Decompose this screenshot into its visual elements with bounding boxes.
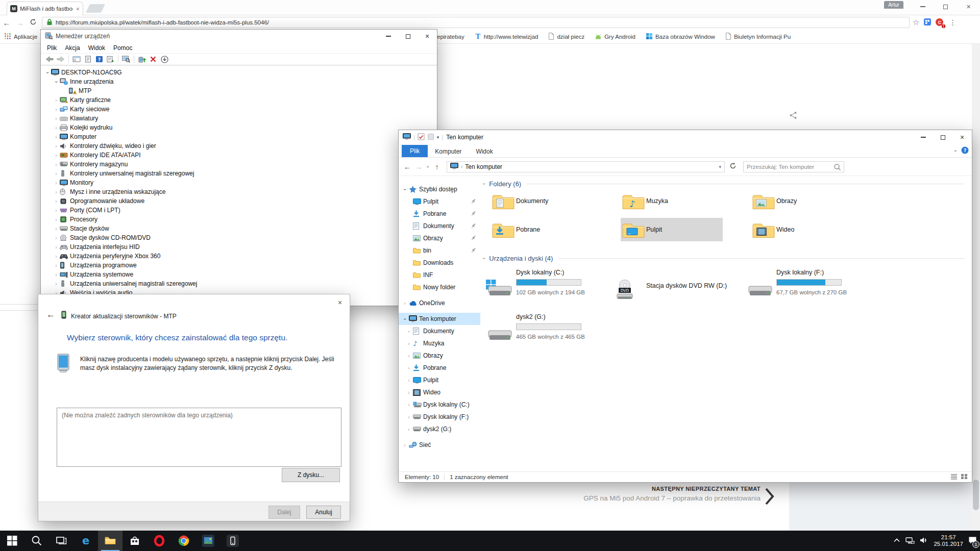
extension-red-icon[interactable]: C1 (936, 18, 944, 27)
folder-tile-dokumenty[interactable]: Dokumenty (491, 189, 593, 213)
sidebar-item-onedrive[interactable]: ›OneDrive (399, 297, 480, 309)
taskbar-store-icon[interactable] (122, 531, 147, 551)
tree-chevron-icon[interactable]: › (53, 217, 60, 222)
wizard-back-icon[interactable]: ← (46, 310, 55, 320)
close-button[interactable]: × (418, 30, 437, 43)
sidebar-chevron-icon[interactable]: › (401, 442, 409, 448)
sidebar-item-nowy-folder[interactable]: ›Nowy folder (399, 281, 480, 293)
device-tree-item[interactable]: ›Stacje dysków CD-ROM/DVD (41, 233, 437, 242)
tree-chevron-icon[interactable]: › (53, 272, 60, 278)
tree-chevron-icon[interactable]: › (53, 226, 60, 232)
address-bar[interactable]: https://forum.miuipolska.pl/watek/miflas… (42, 17, 910, 28)
device-tree-item[interactable]: ›Urządzenia uniwersalnej magistrali szer… (41, 279, 437, 288)
tab-plik[interactable]: Plik (402, 145, 428, 157)
tree-chevron-icon[interactable]: › (53, 189, 60, 195)
device-tree-item[interactable]: ›Oprogramowanie układowe (41, 196, 437, 206)
dm-forward-icon[interactable] (55, 54, 66, 64)
taskbar-start-icon[interactable] (0, 531, 24, 551)
sidebar-item-dokumenty[interactable]: ›Dokumenty (399, 220, 480, 232)
maximize-button[interactable] (398, 30, 418, 43)
extension-blue-icon[interactable] (923, 18, 932, 28)
tree-chevron-icon[interactable]: › (53, 116, 60, 121)
history-chevron-icon[interactable]: ▾ (424, 164, 431, 169)
sidebar-item-sie-[interactable]: ›Sieć (399, 439, 480, 451)
address-field[interactable]: › Ten komputer ▾ (447, 161, 725, 172)
taskbar-chrome-icon[interactable] (172, 531, 196, 551)
dm-help-icon[interactable]: ? (93, 54, 105, 64)
sidebar-chevron-icon[interactable]: › (405, 378, 413, 383)
search-input[interactable] (744, 164, 830, 170)
search-icon[interactable] (834, 163, 841, 172)
driver-list-box[interactable]: (Nie można znaleźć żadnych sterowników d… (57, 408, 341, 467)
reload-icon[interactable] (27, 18, 40, 28)
network-icon[interactable] (905, 537, 915, 545)
qat-customize-icon[interactable]: ▾ (437, 135, 439, 140)
sidebar-item-bin[interactable]: ›bin (399, 244, 480, 257)
tree-chevron-icon[interactable]: › (53, 107, 60, 112)
sidebar-item-pobrane[interactable]: ›Pobrane (399, 362, 480, 374)
refresh-icon[interactable] (729, 162, 737, 171)
profile-badge[interactable]: Artur (884, 1, 903, 9)
sidebar-item-szybki-dost-p[interactable]: ›Szybki dostęp (399, 183, 480, 195)
close-icon[interactable]: × (334, 297, 346, 308)
tree-chevron-icon[interactable]: › (53, 125, 60, 131)
folder-tile-pobrane[interactable]: Pobrane (491, 218, 593, 241)
bookmark-item[interactable]: Thttp://www.telewizjad (475, 33, 538, 41)
tab-close-icon[interactable]: × (76, 6, 80, 12)
scrollbar-thumb[interactable] (973, 480, 979, 510)
minimize-button[interactable] (911, 0, 934, 13)
dm-properties-icon[interactable] (82, 54, 93, 64)
tree-chevron-icon[interactable]: › (53, 254, 60, 259)
tree-chevron-icon[interactable]: › (53, 235, 60, 241)
folder-tile-pulpit[interactable]: Pulpit (621, 218, 723, 241)
menu-item-plik[interactable]: Plik (43, 44, 61, 52)
device-manager-titlebar[interactable]: Menedżer urządzeń × (41, 30, 437, 43)
qat-box-icon[interactable] (427, 133, 434, 142)
action-center-icon[interactable]: 1 (968, 536, 977, 546)
device-tree-item[interactable]: ›Urządzenia programowe (41, 261, 437, 270)
taskbar-phone-icon[interactable] (220, 531, 245, 551)
menu-item-pomoc[interactable]: Pomoc (109, 44, 136, 52)
minimize-button[interactable] (379, 30, 398, 43)
sidebar-chevron-icon[interactable]: › (405, 414, 413, 420)
maximize-button[interactable] (934, 0, 957, 13)
qat-computer-icon[interactable] (403, 133, 411, 141)
close-button[interactable]: × (952, 130, 972, 144)
dm-uninstall-icon[interactable] (148, 54, 159, 64)
device-tree-item[interactable]: ›Komputer (41, 132, 437, 141)
drive-tile-4[interactable]: dysk2 (G:)465 GB wolnych z 465 GB (484, 311, 612, 352)
clock[interactable]: 21:57 25.01.2017 (934, 534, 963, 547)
dm-scan-icon[interactable] (120, 54, 132, 64)
sidebar-item-pulpit[interactable]: ›Pulpit (399, 374, 480, 386)
sidebar-chevron-icon[interactable]: › (405, 402, 413, 408)
apps-shortcut[interactable]: Aplikacje (4, 33, 37, 41)
device-tree-item[interactable]: ›Porty (COM i LPT) (41, 206, 437, 215)
cancel-button[interactable]: Anuluj (306, 506, 341, 519)
tree-chevron-icon[interactable]: › (45, 69, 51, 76)
device-tree-item[interactable]: ›Kolejki wydruku (41, 123, 437, 132)
device-tree-item[interactable]: ›Monitory (41, 178, 437, 187)
device-tree-item[interactable]: ›Kontrolery uniwersalnej magistrali szer… (41, 169, 437, 178)
maximize-button[interactable] (933, 130, 952, 144)
forward-icon[interactable]: → (413, 163, 424, 171)
help-icon[interactable]: ? (961, 146, 969, 156)
dm-back-icon[interactable] (44, 54, 55, 64)
device-tree-item[interactable]: ›Urządzenia systemowe (41, 270, 437, 279)
sidebar-item-pulpit[interactable]: ›Pulpit (399, 195, 480, 208)
taskbar-taskview-icon[interactable] (49, 531, 74, 551)
drives-group-header[interactable]: ›Urządzenia i dyski (4) (483, 255, 965, 262)
sidebar-item-dysk-lokalny-c-[interactable]: ›Dysk lokalny (C:) (399, 398, 480, 411)
bookmark-item[interactable]: Gry Android (595, 33, 635, 41)
browser-tab[interactable]: M MiFlash i adb fastboot ni × (7, 2, 83, 15)
sidebar-chevron-icon[interactable]: › (405, 390, 413, 395)
bookmark-item[interactable]: epiratebay (437, 34, 464, 40)
sidebar-item-pobrane[interactable]: ›Pobrane (399, 208, 480, 220)
forward-icon[interactable]: → (13, 18, 27, 27)
address-dropdown-icon[interactable]: ▾ (719, 164, 721, 169)
taskbar-edge-icon[interactable]: e (74, 531, 98, 551)
next-topic-chevron-icon[interactable] (765, 487, 775, 507)
tree-chevron-icon[interactable]: › (53, 171, 60, 177)
minimize-button[interactable] (914, 130, 933, 144)
sidebar-chevron-icon[interactable]: › (405, 329, 413, 334)
next-topic-link[interactable]: NASTĘPNY NIEPRZECZYTANY TEMAT GPS na Mi5… (454, 486, 761, 502)
